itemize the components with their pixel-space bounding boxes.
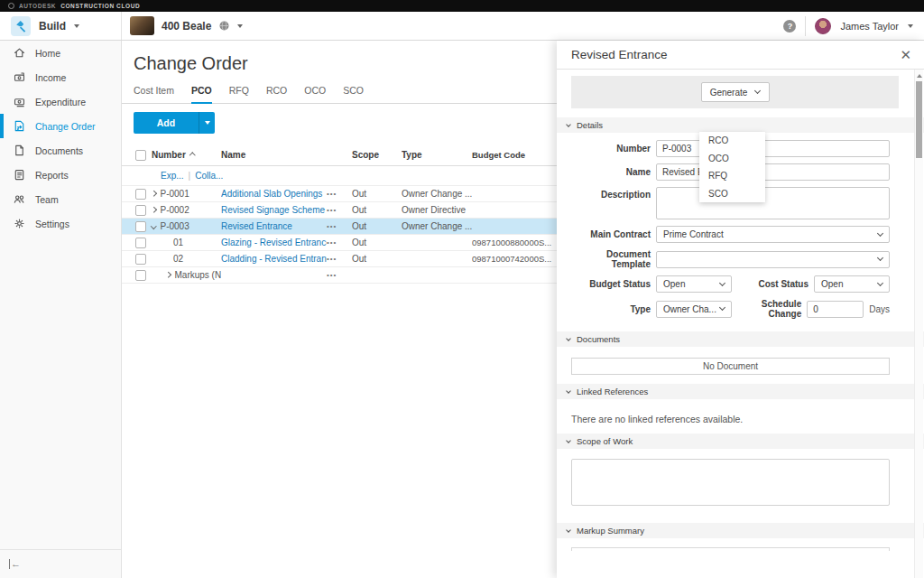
- detail-panel: Revised Entrance ✕ Generate RCO OCO RFQ …: [557, 41, 924, 578]
- sidebar-item-team[interactable]: Team: [0, 187, 121, 211]
- add-button-label[interactable]: Add: [134, 112, 199, 134]
- row-name-link[interactable]: Cladding - Revised Entrance: [221, 254, 327, 264]
- sidebar-item-reports[interactable]: Reports: [0, 163, 121, 187]
- row-name-link[interactable]: Revised Entrance: [221, 221, 292, 231]
- section-linked-references[interactable]: Linked References: [557, 384, 924, 399]
- user-menu-caret-icon[interactable]: [908, 24, 913, 28]
- sidebar-footer: ←: [0, 549, 121, 578]
- field-label-main-contract: Main Contract: [571, 229, 651, 239]
- help-icon[interactable]: ?: [783, 20, 796, 33]
- sidebar-item-home[interactable]: Home: [0, 41, 121, 65]
- generate-dropdown-menu: RCO OCO RFQ SCO: [699, 132, 765, 202]
- user-avatar[interactable]: [815, 18, 831, 34]
- row-menu-icon[interactable]: •••: [327, 206, 352, 214]
- column-header-number[interactable]: Number: [146, 150, 221, 160]
- add-button[interactable]: Add: [134, 112, 215, 134]
- link-separator: |: [189, 171, 191, 181]
- chevron-down-icon: [719, 279, 725, 285]
- panel-toolbar: Generate: [571, 76, 899, 108]
- chevron-down-icon: [877, 279, 883, 285]
- column-header-budget-code[interactable]: Budget Code: [472, 150, 557, 160]
- type-select[interactable]: Owner Cha...: [656, 301, 732, 318]
- section-documents[interactable]: Documents: [557, 331, 924, 347]
- collapse-sidebar-icon[interactable]: ←: [9, 559, 21, 569]
- scroll-up-icon[interactable]: [917, 74, 922, 78]
- budget-status-select[interactable]: Open: [656, 275, 732, 293]
- row-menu-icon[interactable]: •••: [327, 255, 352, 263]
- panel-scrollbar-thumb[interactable]: [916, 81, 922, 158]
- tab-rfq[interactable]: RFQ: [229, 85, 249, 103]
- tab-pco[interactable]: PCO: [191, 85, 212, 104]
- sidebar-item-change-order[interactable]: Change Order: [0, 114, 121, 138]
- column-header-type[interactable]: Type: [402, 150, 472, 160]
- row-name-link[interactable]: Glazing - Revised Entrance: [221, 238, 327, 247]
- field-label-name: Name: [571, 167, 651, 177]
- generate-button[interactable]: Generate: [701, 82, 770, 102]
- panel-scrollbar[interactable]: [914, 70, 923, 578]
- menu-item-rco[interactable]: RCO: [699, 132, 765, 150]
- user-name[interactable]: James Taylor: [840, 21, 899, 32]
- tab-cost-item[interactable]: Cost Item: [134, 85, 174, 103]
- generate-button-label: Generate: [710, 88, 748, 98]
- chevron-down-icon: [719, 304, 725, 311]
- expand-all-link[interactable]: Exp...: [161, 171, 184, 181]
- tab-sco[interactable]: SCO: [343, 85, 364, 103]
- schedule-change-field[interactable]: [807, 301, 864, 318]
- column-header-scope[interactable]: Scope: [352, 150, 402, 160]
- name-field[interactable]: [656, 163, 890, 181]
- row-checkbox[interactable]: [135, 270, 146, 281]
- chevron-right-icon[interactable]: [151, 191, 156, 196]
- row-menu-icon[interactable]: •••: [327, 190, 352, 198]
- row-checkbox[interactable]: [135, 254, 146, 265]
- row-checkbox[interactable]: [135, 205, 146, 216]
- documents-empty-state: No Document: [571, 358, 890, 375]
- row-checkbox[interactable]: [135, 238, 146, 248]
- project-selector[interactable]: 400 Beale: [122, 16, 243, 35]
- section-scope-of-work[interactable]: Scope of Work: [557, 434, 924, 449]
- select-all-checkbox[interactable]: [135, 150, 146, 161]
- chevron-right-icon[interactable]: [151, 207, 156, 212]
- row-name-link[interactable]: Revised Signage Scheme: [221, 205, 325, 215]
- sidebar-item-documents[interactable]: Documents: [0, 138, 121, 163]
- row-menu-icon[interactable]: •••: [327, 222, 352, 230]
- row-menu-icon[interactable]: •••: [327, 238, 352, 247]
- section-markup-summary[interactable]: Markup Summary: [557, 523, 924, 538]
- close-icon[interactable]: ✕: [900, 49, 911, 61]
- sidebar-item-income[interactable]: Income: [0, 65, 121, 89]
- menu-item-rfq[interactable]: RFQ: [699, 167, 765, 185]
- collapse-all-link[interactable]: Colla...: [195, 171, 223, 181]
- chevron-right-icon[interactable]: [165, 272, 171, 277]
- tab-oco[interactable]: OCO: [304, 85, 326, 103]
- app-switcher[interactable]: Build: [0, 12, 122, 40]
- chevron-down-icon: [566, 438, 571, 443]
- build-hammer-icon: [11, 16, 31, 36]
- menu-item-sco[interactable]: SCO: [699, 185, 765, 203]
- document-template-select[interactable]: [656, 251, 890, 268]
- chevron-down-icon[interactable]: [151, 223, 156, 228]
- column-header-name[interactable]: Name: [221, 150, 327, 160]
- section-details[interactable]: Details: [557, 117, 924, 133]
- panel-body: Generate RCO OCO RFQ SCO Details Number: [557, 70, 924, 578]
- add-button-caret[interactable]: [199, 112, 215, 134]
- tab-rco[interactable]: RCO: [266, 85, 287, 103]
- appbar-right: ? James Taylor: [783, 16, 924, 36]
- sidebar-item-expenditure[interactable]: Expenditure: [0, 89, 121, 114]
- scope-of-work-field[interactable]: [571, 459, 890, 506]
- brand-autodesk: AUTODESK: [19, 3, 56, 9]
- menu-item-oco[interactable]: OCO: [699, 150, 765, 168]
- project-caret-icon: [237, 24, 243, 28]
- cost-status-select[interactable]: Open: [814, 275, 890, 293]
- field-label-document-template: Document Template: [571, 249, 651, 269]
- panel-title: Revised Entrance: [571, 48, 668, 61]
- row-checkbox[interactable]: [135, 189, 146, 200]
- description-field[interactable]: [656, 187, 890, 219]
- income-icon: [13, 70, 26, 84]
- sidebar-item-settings[interactable]: Settings: [0, 211, 121, 236]
- row-checkbox[interactable]: [135, 221, 146, 232]
- number-field[interactable]: [656, 140, 890, 157]
- brand-bar: AUTODESK CONSTRUCTION CLOUD: [0, 0, 924, 12]
- field-label-budget-status: Budget Status: [571, 279, 651, 289]
- row-menu-icon[interactable]: •••: [327, 271, 352, 279]
- main-contract-select[interactable]: Prime Contract: [656, 226, 890, 243]
- row-name-link[interactable]: Additional Slab Openings: [221, 189, 322, 199]
